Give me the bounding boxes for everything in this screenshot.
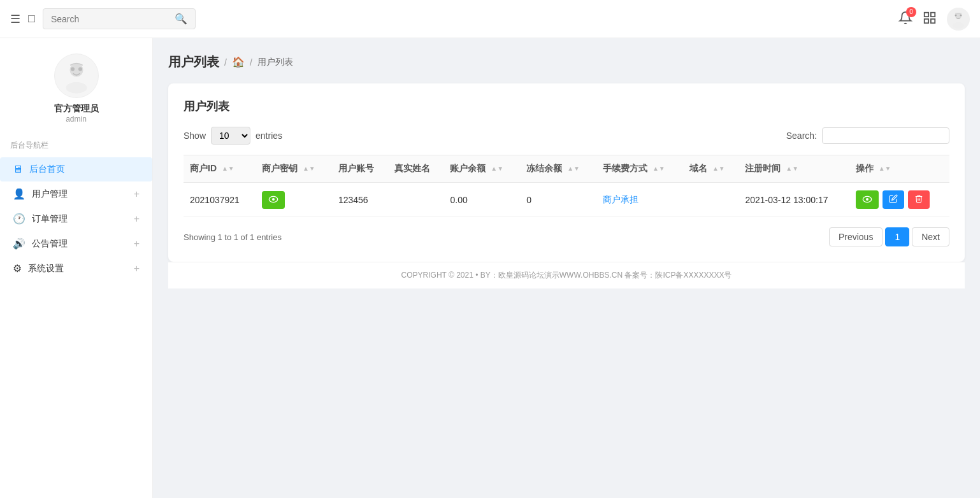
footer: COPYRIGHT © 2021 • BY：欧皇源码论坛演示WWW.OHBBS.…: [168, 262, 965, 288]
col-balance: 账户余额 ▲▼: [443, 155, 520, 183]
search-icon: 🔍: [175, 13, 187, 25]
dashboard-icon: 🖥: [13, 164, 23, 175]
hamburger-icon[interactable]: ☰: [10, 12, 20, 26]
users-icon: 👤: [13, 188, 25, 200]
svg-point-11: [71, 68, 75, 71]
page-1-button[interactable]: 1: [885, 227, 909, 246]
sidebar-username: 官方管理员: [54, 103, 99, 115]
apps-button[interactable]: [923, 11, 937, 27]
col-merchant-key: 商户密钥 ▲▼: [256, 155, 332, 183]
layout: 官方管理员 admin 后台导航栏 🖥 后台首页 👤 用户管理 + 🕐 订单管理…: [0, 38, 980, 498]
cell-balance: 0.00: [443, 183, 520, 217]
announcements-expand-icon[interactable]: +: [134, 238, 140, 250]
svg-point-10: [66, 82, 87, 94]
sidebar-item-orders[interactable]: 🕐 订单管理 +: [0, 206, 152, 231]
svg-point-12: [78, 68, 82, 71]
sidebar-item-label-settings: 系统设置: [28, 263, 64, 274]
col-real-name: 真实姓名: [388, 155, 444, 183]
orders-expand-icon[interactable]: +: [134, 213, 140, 225]
sidebar-avatar-image: [57, 57, 96, 95]
table-search: Search:: [786, 127, 949, 144]
sidebar-role: admin: [66, 115, 87, 124]
svg-point-16: [866, 198, 868, 201]
main-content: 用户列表 / 🏠 / 用户列表 用户列表 Show 10 25 50 100: [153, 38, 980, 498]
col-domain: 域名 ▲▼: [683, 155, 739, 183]
col-actions: 操作 ▲▼: [849, 155, 949, 183]
svg-point-7: [960, 14, 962, 16]
sidebar-item-dashboard[interactable]: 🖥 后台首页: [0, 157, 152, 181]
entries-select[interactable]: 10 25 50 100: [211, 127, 250, 145]
table-row: 2021037921 123456 0.00: [184, 183, 949, 217]
sidebar-item-announcements[interactable]: 🔊 公告管理 +: [0, 231, 152, 256]
breadcrumb-sep2: /: [250, 57, 252, 68]
notification-button[interactable]: 0: [898, 11, 912, 27]
show-label: Show: [184, 131, 206, 141]
cell-real-name: [388, 183, 444, 217]
cell-domain: [683, 183, 739, 217]
cell-reg-time: 2021-03-12 13:00:17: [739, 183, 849, 217]
announcements-icon: 🔊: [13, 238, 25, 250]
sidebar-nav: 🖥 后台首页 👤 用户管理 + 🕐 订单管理 + 🔊 公告管理 + ⚙ 系统设置: [0, 157, 152, 281]
card-title: 用户列表: [184, 99, 949, 114]
sidebar-item-label-dashboard: 后台首页: [29, 164, 65, 175]
edit-button[interactable]: [883, 190, 904, 209]
delete-button[interactable]: [908, 190, 930, 209]
svg-point-14: [272, 198, 275, 201]
previous-button[interactable]: Previous: [829, 227, 883, 246]
user-avatar[interactable]: [947, 8, 970, 31]
view-key-button[interactable]: [262, 191, 285, 209]
cell-fee-method: 商户承担: [596, 183, 683, 217]
user-list-card: 用户列表 Show 10 25 50 100 entries Search:: [168, 83, 965, 262]
sidebar-item-label-users: 用户管理: [32, 189, 68, 200]
svg-rect-1: [931, 12, 935, 16]
col-merchant-id: 商户ID ▲▼: [184, 155, 256, 183]
svg-point-5: [953, 22, 964, 29]
sidebar-item-label-announcements: 公告管理: [32, 238, 68, 250]
sidebar-item-settings[interactable]: ⚙ 系统设置 +: [0, 256, 152, 281]
col-user-account: 用户账号: [332, 155, 388, 183]
col-fee-method: 手续费方式 ▲▼: [596, 155, 683, 183]
search-bar[interactable]: 🔍: [43, 8, 196, 29]
breadcrumb-current: 用户列表: [257, 57, 293, 68]
top-header: ☰ □ 🔍 0: [0, 0, 980, 38]
view-button[interactable]: [856, 190, 879, 209]
cell-user-account: 123456: [332, 183, 388, 217]
header-right: 0: [898, 8, 970, 31]
page-title: 用户列表: [168, 53, 219, 71]
breadcrumb-home-icon[interactable]: 🏠: [232, 56, 245, 68]
table-body: 2021037921 123456 0.00: [184, 183, 949, 217]
table-controls: Show 10 25 50 100 entries Search:: [184, 127, 949, 145]
notification-badge: 0: [906, 7, 916, 17]
search-input[interactable]: [51, 14, 169, 24]
apps-icon: [923, 11, 937, 25]
sidebar-item-label-orders: 订单管理: [32, 213, 68, 225]
sidebar-item-users[interactable]: 👤 用户管理 +: [0, 181, 152, 206]
expand-icon[interactable]: □: [28, 12, 35, 25]
breadcrumb: 用户列表 / 🏠 / 用户列表: [168, 53, 965, 71]
users-expand-icon[interactable]: +: [134, 189, 140, 200]
cell-merchant-id: 2021037921: [184, 183, 256, 217]
avatar-image: [949, 10, 968, 29]
orders-icon: 🕐: [13, 213, 25, 225]
svg-rect-3: [931, 18, 935, 22]
settings-icon: ⚙: [13, 262, 22, 274]
table-header: 商户ID ▲▼ 商户密钥 ▲▼ 用户账号 真实姓名: [184, 155, 949, 183]
next-button[interactable]: Next: [912, 227, 949, 246]
sidebar: 官方管理员 admin 后台导航栏 🖥 后台首页 👤 用户管理 + 🕐 订单管理…: [0, 38, 153, 498]
svg-rect-2: [925, 18, 928, 22]
breadcrumb-sep1: /: [224, 57, 227, 68]
pagination-info: Showing 1 to 1 of 1 entries: [184, 232, 282, 242]
entries-label: entries: [256, 131, 282, 141]
cell-actions: [849, 183, 949, 217]
user-table: 商户ID ▲▼ 商户密钥 ▲▼ 用户账号 真实姓名: [184, 155, 949, 217]
pagination-row: Showing 1 to 1 of 1 entries Previous 1 N…: [184, 227, 949, 246]
footer-text: COPYRIGHT © 2021 • BY：欧皇源码论坛演示WWW.OHBBS.…: [401, 271, 732, 280]
settings-expand-icon[interactable]: +: [134, 263, 140, 274]
pagination-buttons: Previous 1 Next: [829, 227, 949, 246]
col-frozen-balance: 冻结余额 ▲▼: [520, 155, 596, 183]
sidebar-profile: 官方管理员 admin: [54, 53, 99, 124]
cell-merchant-key: [256, 183, 332, 217]
fee-method-link[interactable]: 商户承担: [603, 194, 638, 204]
table-search-input[interactable]: [822, 127, 949, 144]
header-left: ☰ □ 🔍: [10, 8, 196, 29]
